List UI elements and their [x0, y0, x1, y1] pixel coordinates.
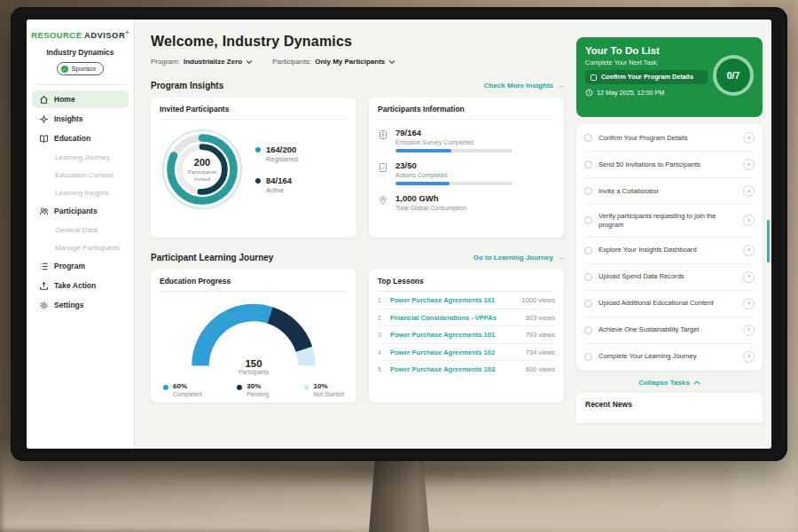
clock-icon	[585, 89, 593, 97]
checkbox-icon[interactable]	[584, 246, 592, 254]
sidebar: RESOURCE ADVISOR+ Industry Dynamics ✓ Sp…	[27, 20, 135, 449]
section-title: Program Insights	[151, 81, 223, 90]
chevron-right-icon[interactable]: ›	[743, 298, 755, 309]
monitor-bezel: RESOURCE ADVISOR+ Industry Dynamics ✓ Sp…	[11, 7, 787, 461]
task-row: Upload Additional Educational Content ›	[584, 291, 755, 317]
checklist-icon	[378, 162, 388, 173]
chevron-right-icon[interactable]: ›	[743, 215, 755, 226]
checkbox-icon[interactable]	[584, 134, 592, 142]
checkbox-icon[interactable]	[584, 326, 592, 334]
chevron-right-icon[interactable]: ›	[743, 351, 755, 363]
checkbox-icon[interactable]	[584, 160, 592, 168]
lesson-row: 2 Financial Considerations - VPPAs 803 v…	[378, 309, 555, 327]
legend-registered: 164/200 Registered	[255, 145, 298, 163]
home-icon	[39, 95, 49, 105]
lesson-link[interactable]: Power Purchase Agreements 103	[390, 365, 520, 373]
card-title: Participants Information	[378, 105, 555, 120]
main-content: Welcome, Industry Dynamics Program: Indu…	[135, 20, 576, 449]
filter-bar: Program: Industrialize Zero Participants…	[151, 58, 564, 66]
lesson-link[interactable]: Power Purchase Agreements 101	[390, 331, 520, 339]
sidebar-item-insights[interactable]: Insights	[32, 110, 129, 128]
education-gauge-chart: 150 Participants	[187, 301, 320, 375]
lesson-row: 3 Power Purchase Agreements 101 793 view…	[378, 326, 555, 344]
chevron-right-icon[interactable]: ›	[743, 185, 755, 197]
invited-donut-chart: 200 Participants Invited	[160, 127, 245, 212]
program-filter: Program: Industrialize Zero	[151, 58, 253, 66]
take-action-icon	[39, 281, 49, 291]
participants-select[interactable]: Only My Participants	[315, 58, 395, 66]
card-title: Top Lessons	[378, 277, 555, 292]
learning-journey-header: Participant Learning Journey Go to Learn…	[151, 253, 564, 262]
chevron-right-icon[interactable]: ›	[743, 325, 755, 336]
sidebar-item-take-action[interactable]: Take Action	[32, 277, 129, 294]
sponsor-badge: ✓ Sponsor	[57, 62, 105, 75]
actions-progress-bar	[395, 182, 512, 185]
lesson-link[interactable]: Power Purchase Agreements 101	[390, 296, 516, 304]
organization-name: Industry Dynamics	[27, 48, 134, 57]
stat-global-consumption: 1,000 GWh Total Global Consumption	[378, 193, 555, 215]
sidebar-item-home[interactable]: Home	[32, 90, 129, 108]
stat-emission-survey: 79/164 Emission Survey Completed	[378, 128, 555, 153]
card-participants-information: Participants Information 79/164 Emission…	[369, 98, 564, 238]
sponsor-icon: ✓	[61, 66, 68, 73]
sidebar-item-program[interactable]: Program	[32, 257, 129, 275]
chevron-right-icon[interactable]: ›	[743, 245, 755, 256]
sidebar-item-learning-journey[interactable]: Learning Journey	[32, 149, 129, 165]
card-invited-participants: Invited Participants	[151, 98, 356, 238]
task-row: Send 50 Invitations to Participants ›	[584, 152, 755, 178]
divider	[34, 84, 127, 85]
lesson-link[interactable]: Power Purchase Agreements 102	[390, 348, 520, 356]
recent-news-header[interactable]: Recent News	[576, 393, 763, 423]
lesson-link[interactable]: Financial Considerations - VPPAs	[390, 314, 520, 322]
monitor-stand	[369, 459, 429, 532]
sidebar-item-education[interactable]: Education	[32, 129, 129, 147]
checkbox-icon[interactable]	[584, 353, 592, 361]
legend-pending: 30% Pending	[237, 382, 269, 397]
check-more-insights-link[interactable]: Check More Insights →	[484, 82, 564, 90]
emission-progress-bar	[395, 149, 512, 153]
gear-icon	[39, 301, 49, 310]
participants-icon	[39, 207, 49, 216]
checkbox-icon[interactable]	[584, 300, 592, 308]
chevron-down-icon	[388, 59, 395, 65]
sidebar-item-learning-insights[interactable]: Learning Insights	[32, 184, 129, 200]
page-title: Welcome, Industry Dynamics	[151, 34, 564, 50]
chevron-down-icon	[246, 59, 253, 65]
sidebar-item-general-data[interactable]: General Data	[32, 222, 129, 238]
sidebar-item-settings[interactable]: Settings	[32, 296, 129, 314]
arrow-right-icon: →	[557, 82, 564, 90]
program-select[interactable]: Industrialize Zero	[184, 58, 253, 66]
task-row: Upload Spend Data Records ›	[584, 264, 755, 291]
card-education-progress: Education Progress 150 Participants	[151, 270, 356, 403]
learning-cards-row: Education Progress 150 Participants	[151, 270, 564, 403]
sidebar-item-education-content[interactable]: Education Content	[32, 167, 129, 183]
collapse-tasks-link[interactable]: Collapse Tasks	[576, 379, 763, 387]
checkbox-icon[interactable]	[584, 187, 592, 195]
task-row: Explore Your Insights Dashboard ›	[584, 238, 755, 264]
card-title: Education Progress	[160, 277, 348, 292]
next-task[interactable]: Confirm Your Program Details	[585, 70, 708, 84]
task-row: Confirm Your Program Details ›	[584, 125, 755, 152]
sidebar-item-manage-participants[interactable]: Manage Participants	[32, 239, 129, 255]
legend-not-started: 10% Not Started	[304, 382, 344, 397]
donut-legend: 164/200 Registered 84/164 Active	[255, 145, 298, 194]
legend-completed: 60% Completed	[163, 382, 202, 397]
checkbox-icon[interactable]	[591, 74, 597, 81]
chevron-up-icon	[693, 380, 700, 385]
todo-summary-card: Your To Do List Complete Your Next Task:…	[576, 37, 763, 117]
participants-filter: Participants: Only My Participants	[272, 58, 395, 66]
scrollbar-thumb[interactable]	[767, 220, 770, 262]
insights-icon	[39, 114, 49, 124]
chevron-right-icon[interactable]: ›	[743, 159, 755, 170]
todo-progress-ring: 0/7	[713, 55, 754, 96]
legend-active: 84/164 Active	[255, 176, 298, 194]
checkbox-icon[interactable]	[584, 216, 592, 224]
location-icon	[378, 195, 388, 206]
program-icon	[39, 262, 49, 271]
card-top-lessons: Top Lessons 1 Power Purchase Agreements …	[369, 270, 564, 403]
checkbox-icon[interactable]	[584, 273, 592, 281]
chevron-right-icon[interactable]: ›	[743, 132, 755, 144]
chevron-right-icon[interactable]: ›	[743, 271, 755, 283]
go-to-learning-journey-link[interactable]: Go to Learning Journey →	[473, 254, 564, 262]
sidebar-item-participants[interactable]: Participants	[32, 202, 129, 220]
